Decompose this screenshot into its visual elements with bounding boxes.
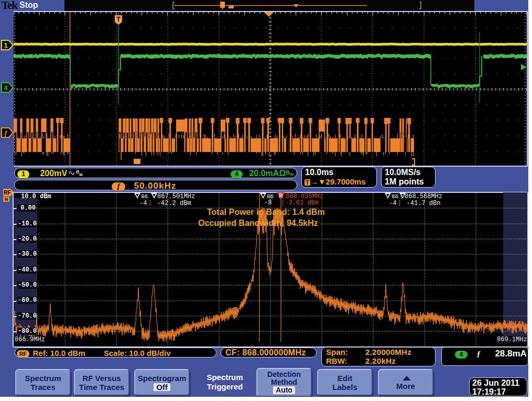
svg-text:T: T [116, 16, 121, 23]
svg-text:1: 1 [4, 41, 7, 49]
svg-text:N: N [5, 197, 8, 202]
svg-text:4: 4 [4, 84, 8, 92]
svg-text:R: R [279, 193, 283, 199]
svg-text:RF: RF [4, 190, 10, 196]
svg-text:W: W [79, 173, 83, 177]
